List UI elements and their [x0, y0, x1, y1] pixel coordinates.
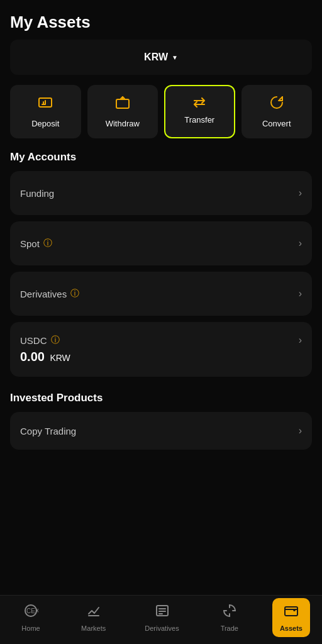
- account-card-derivatives[interactable]: Derivatives ⓘ ›: [10, 272, 312, 316]
- trade-icon: [222, 603, 237, 622]
- page-title: My Assets: [10, 13, 91, 31]
- withdraw-icon: [115, 95, 130, 114]
- accounts-section-header: My Accounts: [0, 151, 322, 171]
- currency-section: KRW ▼: [10, 40, 312, 75]
- currency-selector[interactable]: KRW ▼: [144, 52, 178, 63]
- deposit-label: Deposit: [31, 119, 59, 128]
- copy-trading-card[interactable]: Copy Trading ›: [10, 412, 312, 450]
- assets-icon: [284, 603, 299, 622]
- nav-item-derivatives[interactable]: Derivatives: [137, 598, 186, 637]
- actions-row: Deposit Withdraw Transfer: [0, 85, 322, 151]
- copy-trading-arrow: ›: [299, 425, 302, 436]
- deposit-button[interactable]: Deposit: [10, 85, 81, 138]
- accounts-list: Funding › Spot ⓘ › Derivatives ⓘ › USDC: [0, 171, 322, 377]
- home-nav-label: Home: [21, 625, 40, 632]
- usdc-unit: KRW: [50, 353, 70, 363]
- account-card-usdc[interactable]: USDC ⓘ › 0.00 KRW: [10, 322, 312, 377]
- transfer-button[interactable]: Transfer: [164, 85, 235, 138]
- markets-nav-label: Markets: [81, 625, 106, 632]
- nav-item-trade[interactable]: Trade: [211, 598, 248, 637]
- usdc-arrow: ›: [299, 335, 302, 346]
- spot-name: Spot ⓘ: [20, 238, 52, 249]
- currency-label: KRW: [144, 52, 168, 63]
- nav-item-markets[interactable]: Markets: [74, 598, 113, 637]
- funding-name: Funding: [20, 188, 54, 199]
- home-icon: CEX: [23, 603, 38, 622]
- markets-icon: [86, 603, 101, 622]
- derivatives-name: Derivatives ⓘ: [20, 288, 79, 299]
- trade-nav-label: Trade: [221, 625, 238, 632]
- account-card-funding[interactable]: Funding ›: [10, 171, 312, 215]
- spot-arrow: ›: [299, 238, 302, 249]
- nav-item-assets[interactable]: Assets: [272, 598, 310, 637]
- assets-nav-label: Assets: [280, 625, 303, 632]
- withdraw-label: Withdraw: [106, 119, 140, 128]
- funding-arrow: ›: [299, 187, 302, 199]
- usdc-value-row: 0.00 KRW: [20, 350, 302, 364]
- copy-trading-name: Copy Trading: [20, 426, 76, 436]
- invested-products-section: Invested Products Copy Trading ›: [0, 392, 322, 450]
- usdc-value: 0.00: [20, 350, 45, 364]
- derivatives-nav-label: Derivatives: [145, 625, 179, 632]
- invested-products-header: Invested Products: [10, 392, 312, 404]
- svg-rect-10: [285, 607, 297, 616]
- transfer-icon: [192, 95, 207, 110]
- transfer-label: Transfer: [184, 115, 214, 125]
- usdc-name: USDC ⓘ: [20, 335, 60, 346]
- deposit-icon: [38, 95, 53, 114]
- bottom-nav: CEX Home Markets Derivatives: [0, 595, 322, 644]
- nav-item-home[interactable]: CEX Home: [12, 598, 50, 637]
- header: My Assets: [0, 0, 322, 40]
- spot-info-icon: ⓘ: [43, 238, 52, 249]
- derivatives-info-icon: ⓘ: [70, 288, 79, 299]
- derivatives-arrow: ›: [299, 288, 302, 299]
- convert-button[interactable]: Convert: [242, 85, 313, 138]
- derivatives-nav-icon: [155, 603, 170, 622]
- convert-label: Convert: [262, 119, 291, 128]
- withdraw-button[interactable]: Withdraw: [87, 85, 158, 138]
- currency-dropdown-arrow: ▼: [172, 54, 178, 61]
- svg-text:CEX: CEX: [26, 608, 38, 614]
- svg-rect-2: [116, 99, 129, 108]
- convert-icon: [269, 95, 284, 114]
- usdc-info-icon: ⓘ: [51, 335, 60, 346]
- account-card-spot[interactable]: Spot ⓘ ›: [10, 221, 312, 265]
